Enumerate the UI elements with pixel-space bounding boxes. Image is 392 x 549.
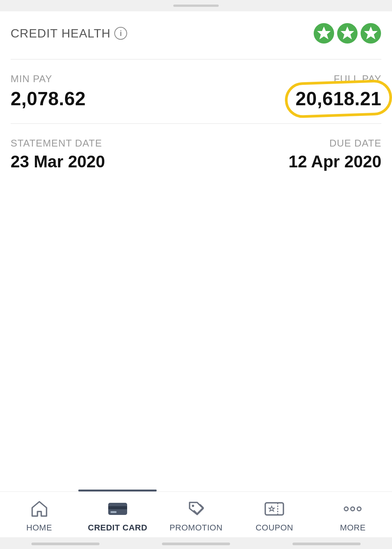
nav-indicator-home — [0, 490, 78, 491]
dates-section: STATEMENT DATE 23 Mar 2020 DUE DATE 12 A… — [11, 137, 381, 171]
min-pay-block: MIN PAY 2,078.62 — [11, 73, 86, 110]
statement-date-value: 23 Mar 2020 — [11, 152, 105, 171]
divider-1 — [11, 59, 381, 59]
svg-point-15 — [357, 507, 361, 511]
stars-row — [313, 23, 381, 44]
top-pill — [173, 5, 219, 7]
nav-item-home[interactable]: HOME — [0, 499, 78, 533]
pay-section: MIN PAY 2,078.62 FULL PAY 20,618.21 — [11, 73, 381, 110]
nav-item-coupon[interactable]: COUPON — [235, 499, 314, 533]
star-icon-1[interactable] — [313, 23, 334, 44]
nav-item-credit-card[interactable]: CREDIT CARD — [78, 499, 157, 533]
nav-label-more: MORE — [340, 523, 366, 533]
info-symbol: i — [120, 29, 122, 38]
app-container: CREDIT HEALTH i — [0, 0, 392, 549]
credit-health-label: CREDIT HEALTH — [11, 27, 110, 41]
more-icon — [342, 499, 363, 519]
due-date-block: DUE DATE 12 Apr 2020 — [289, 137, 381, 171]
min-pay-label: MIN PAY — [11, 73, 86, 85]
svg-rect-10 — [265, 503, 283, 515]
promotion-icon — [186, 499, 206, 519]
svg-point-13 — [344, 507, 348, 511]
credit-card-icon — [107, 499, 128, 519]
coupon-icon — [264, 499, 285, 519]
bottom-pill-3 — [292, 543, 361, 545]
bottom-area: HOME CREDIT CARD — [0, 490, 392, 549]
credit-health-title: CREDIT HEALTH i — [11, 27, 127, 41]
nav-indicator-promotion — [157, 490, 235, 491]
nav-item-more[interactable]: MORE — [314, 499, 392, 533]
nav-indicator-credit-card — [78, 490, 157, 491]
bottom-pills — [0, 537, 392, 549]
divider-2 — [11, 123, 381, 124]
nav-item-promotion[interactable]: PROMOTION — [157, 499, 235, 533]
svg-point-9 — [192, 505, 194, 507]
star-icon-3[interactable] — [360, 23, 381, 44]
nav-label-credit-card: CREDIT CARD — [88, 523, 147, 533]
svg-marker-12 — [269, 506, 274, 511]
nav-indicator-more — [314, 490, 392, 491]
star-icon-2[interactable] — [337, 23, 358, 44]
nav-label-promotion: PROMOTION — [170, 523, 222, 533]
info-icon[interactable]: i — [114, 27, 127, 40]
nav-indicator-row — [0, 490, 392, 491]
full-pay-highlight: 20,618.21 — [296, 88, 381, 110]
credit-health-row: CREDIT HEALTH i — [11, 23, 381, 44]
home-icon — [29, 499, 50, 519]
top-indicator — [0, 0, 392, 11]
main-content: CREDIT HEALTH i — [0, 11, 392, 490]
min-pay-amount: 2,078.62 — [11, 88, 86, 110]
full-pay-label: FULL PAY — [334, 73, 381, 85]
full-pay-amount: 20,618.21 — [296, 88, 381, 109]
statement-date-label: STATEMENT DATE — [11, 137, 105, 149]
svg-rect-8 — [110, 511, 117, 513]
nav-indicator-coupon — [235, 490, 314, 491]
bottom-nav: HOME CREDIT CARD — [0, 491, 392, 537]
due-date-label: DUE DATE — [329, 137, 381, 149]
bottom-pill-1 — [31, 543, 100, 545]
full-pay-block: FULL PAY 20,618.21 — [296, 73, 381, 110]
bottom-pill-2 — [162, 543, 230, 545]
svg-point-14 — [351, 507, 355, 511]
due-date-value: 12 Apr 2020 — [289, 152, 381, 171]
nav-label-coupon: COUPON — [255, 523, 293, 533]
statement-date-block: STATEMENT DATE 23 Mar 2020 — [11, 137, 105, 171]
svg-rect-7 — [108, 506, 127, 509]
nav-label-home: HOME — [26, 523, 52, 533]
